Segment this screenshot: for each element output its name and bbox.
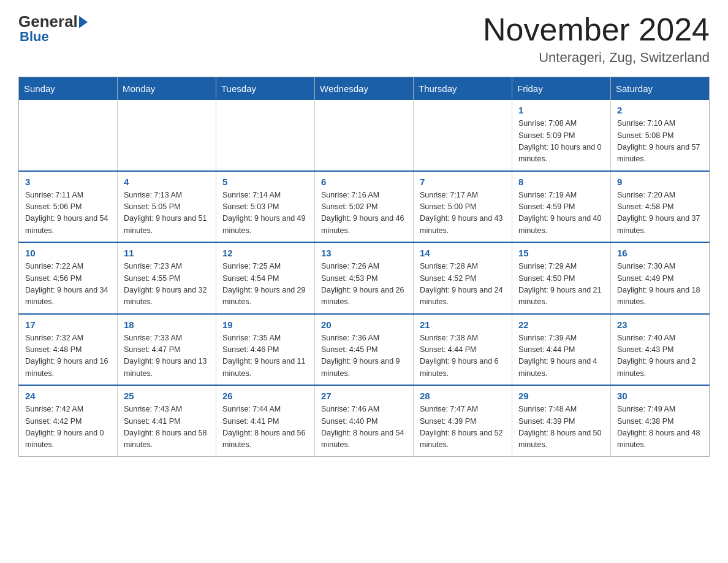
day-number: 14 bbox=[420, 248, 506, 258]
day-info: Sunrise: 7:16 AMSunset: 5:02 PMDaylight:… bbox=[321, 190, 407, 237]
calendar-cell: 3Sunrise: 7:11 AMSunset: 5:06 PMDaylight… bbox=[19, 171, 118, 243]
calendar-cell: 26Sunrise: 7:44 AMSunset: 4:41 PMDayligh… bbox=[216, 385, 315, 456]
calendar-cell bbox=[19, 100, 118, 171]
calendar-week-3: 10Sunrise: 7:22 AMSunset: 4:56 PMDayligh… bbox=[19, 242, 710, 314]
location: Unterageri, Zug, Switzerland bbox=[483, 50, 710, 66]
day-number: 17 bbox=[25, 320, 111, 330]
day-info: Sunrise: 7:23 AMSunset: 4:55 PMDaylight:… bbox=[124, 261, 210, 308]
calendar-cell: 17Sunrise: 7:32 AMSunset: 4:48 PMDayligh… bbox=[19, 314, 118, 386]
page-header: General Blue November 2024 Unterageri, Z… bbox=[18, 12, 710, 66]
day-number: 3 bbox=[25, 177, 111, 187]
calendar-cell: 24Sunrise: 7:42 AMSunset: 4:42 PMDayligh… bbox=[19, 385, 118, 456]
day-info: Sunrise: 7:17 AMSunset: 5:00 PMDaylight:… bbox=[420, 190, 506, 237]
day-number: 15 bbox=[518, 248, 604, 258]
calendar-cell: 9Sunrise: 7:20 AMSunset: 4:58 PMDaylight… bbox=[611, 171, 710, 243]
day-info: Sunrise: 7:13 AMSunset: 5:05 PMDaylight:… bbox=[124, 190, 210, 237]
day-info: Sunrise: 7:42 AMSunset: 4:42 PMDaylight:… bbox=[25, 404, 111, 451]
calendar-cell: 13Sunrise: 7:26 AMSunset: 4:53 PMDayligh… bbox=[315, 242, 414, 314]
day-number: 19 bbox=[222, 320, 308, 330]
day-number: 8 bbox=[518, 177, 604, 187]
day-info: Sunrise: 7:43 AMSunset: 4:41 PMDaylight:… bbox=[124, 404, 210, 451]
day-number: 13 bbox=[321, 248, 407, 258]
calendar-cell bbox=[118, 100, 216, 171]
calendar-header-row: SundayMondayTuesdayWednesdayThursdayFrid… bbox=[19, 77, 710, 101]
day-number: 24 bbox=[25, 391, 111, 401]
calendar-cell: 2Sunrise: 7:10 AMSunset: 5:08 PMDaylight… bbox=[611, 100, 710, 171]
column-header-saturday: Saturday bbox=[611, 77, 710, 101]
calendar-cell: 28Sunrise: 7:47 AMSunset: 4:39 PMDayligh… bbox=[414, 385, 512, 456]
day-info: Sunrise: 7:44 AMSunset: 4:41 PMDaylight:… bbox=[222, 404, 308, 451]
column-header-wednesday: Wednesday bbox=[315, 77, 414, 101]
calendar-cell bbox=[216, 100, 315, 171]
day-info: Sunrise: 7:19 AMSunset: 4:59 PMDaylight:… bbox=[518, 190, 604, 237]
day-info: Sunrise: 7:46 AMSunset: 4:40 PMDaylight:… bbox=[321, 404, 407, 451]
logo-arrow-icon bbox=[79, 16, 88, 28]
day-number: 9 bbox=[617, 177, 703, 187]
calendar-cell: 30Sunrise: 7:49 AMSunset: 4:38 PMDayligh… bbox=[611, 385, 710, 456]
calendar-week-1: 1Sunrise: 7:08 AMSunset: 5:09 PMDaylight… bbox=[19, 100, 710, 171]
column-header-monday: Monday bbox=[118, 77, 216, 101]
day-info: Sunrise: 7:28 AMSunset: 4:52 PMDaylight:… bbox=[420, 261, 506, 308]
day-info: Sunrise: 7:33 AMSunset: 4:47 PMDaylight:… bbox=[124, 332, 210, 380]
day-number: 27 bbox=[321, 391, 407, 401]
day-info: Sunrise: 7:49 AMSunset: 4:38 PMDaylight:… bbox=[617, 404, 703, 451]
day-info: Sunrise: 7:29 AMSunset: 4:50 PMDaylight:… bbox=[518, 261, 604, 308]
calendar-cell: 6Sunrise: 7:16 AMSunset: 5:02 PMDaylight… bbox=[315, 171, 414, 243]
day-number: 30 bbox=[617, 391, 703, 401]
calendar-cell: 18Sunrise: 7:33 AMSunset: 4:47 PMDayligh… bbox=[118, 314, 216, 386]
day-info: Sunrise: 7:36 AMSunset: 4:45 PMDaylight:… bbox=[321, 332, 407, 380]
day-number: 1 bbox=[518, 105, 604, 115]
calendar-week-5: 24Sunrise: 7:42 AMSunset: 4:42 PMDayligh… bbox=[19, 385, 710, 456]
calendar-cell: 21Sunrise: 7:38 AMSunset: 4:44 PMDayligh… bbox=[414, 314, 512, 386]
day-info: Sunrise: 7:35 AMSunset: 4:46 PMDaylight:… bbox=[222, 332, 308, 380]
day-info: Sunrise: 7:08 AMSunset: 5:09 PMDaylight:… bbox=[518, 118, 604, 166]
day-number: 10 bbox=[25, 248, 111, 258]
calendar-cell: 4Sunrise: 7:13 AMSunset: 5:05 PMDaylight… bbox=[118, 171, 216, 243]
calendar-cell: 1Sunrise: 7:08 AMSunset: 5:09 PMDaylight… bbox=[512, 100, 611, 171]
calendar-cell: 5Sunrise: 7:14 AMSunset: 5:03 PMDaylight… bbox=[216, 171, 315, 243]
day-info: Sunrise: 7:10 AMSunset: 5:08 PMDaylight:… bbox=[617, 118, 703, 166]
day-info: Sunrise: 7:47 AMSunset: 4:39 PMDaylight:… bbox=[420, 404, 506, 451]
day-number: 12 bbox=[222, 248, 308, 258]
title-section: November 2024 Unterageri, Zug, Switzerla… bbox=[483, 12, 710, 66]
day-number: 7 bbox=[420, 177, 506, 187]
calendar-cell: 15Sunrise: 7:29 AMSunset: 4:50 PMDayligh… bbox=[512, 242, 611, 314]
calendar-cell: 14Sunrise: 7:28 AMSunset: 4:52 PMDayligh… bbox=[414, 242, 512, 314]
calendar-cell: 22Sunrise: 7:39 AMSunset: 4:44 PMDayligh… bbox=[512, 314, 611, 386]
day-info: Sunrise: 7:25 AMSunset: 4:54 PMDaylight:… bbox=[222, 261, 308, 308]
day-info: Sunrise: 7:14 AMSunset: 5:03 PMDaylight:… bbox=[222, 190, 308, 237]
day-number: 22 bbox=[518, 320, 604, 330]
day-info: Sunrise: 7:30 AMSunset: 4:49 PMDaylight:… bbox=[617, 261, 703, 308]
day-number: 23 bbox=[617, 320, 703, 330]
calendar-cell bbox=[315, 100, 414, 171]
day-number: 18 bbox=[124, 320, 210, 330]
day-info: Sunrise: 7:39 AMSunset: 4:44 PMDaylight:… bbox=[518, 332, 604, 380]
calendar-cell: 16Sunrise: 7:30 AMSunset: 4:49 PMDayligh… bbox=[611, 242, 710, 314]
calendar-week-4: 17Sunrise: 7:32 AMSunset: 4:48 PMDayligh… bbox=[19, 314, 710, 386]
day-number: 16 bbox=[617, 248, 703, 258]
calendar-cell: 20Sunrise: 7:36 AMSunset: 4:45 PMDayligh… bbox=[315, 314, 414, 386]
column-header-thursday: Thursday bbox=[414, 77, 512, 101]
logo: General Blue bbox=[18, 12, 88, 45]
day-number: 21 bbox=[420, 320, 506, 330]
day-number: 6 bbox=[321, 177, 407, 187]
month-title: November 2024 bbox=[483, 12, 710, 47]
day-info: Sunrise: 7:38 AMSunset: 4:44 PMDaylight:… bbox=[420, 332, 506, 380]
day-info: Sunrise: 7:11 AMSunset: 5:06 PMDaylight:… bbox=[25, 190, 111, 237]
day-number: 4 bbox=[124, 177, 210, 187]
logo-blue: Blue bbox=[20, 29, 49, 45]
calendar-cell: 10Sunrise: 7:22 AMSunset: 4:56 PMDayligh… bbox=[19, 242, 118, 314]
calendar-cell: 7Sunrise: 7:17 AMSunset: 5:00 PMDaylight… bbox=[414, 171, 512, 243]
calendar-cell: 12Sunrise: 7:25 AMSunset: 4:54 PMDayligh… bbox=[216, 242, 315, 314]
calendar-cell bbox=[414, 100, 512, 171]
calendar-cell: 23Sunrise: 7:40 AMSunset: 4:43 PMDayligh… bbox=[611, 314, 710, 386]
calendar-cell: 29Sunrise: 7:48 AMSunset: 4:39 PMDayligh… bbox=[512, 385, 611, 456]
day-number: 26 bbox=[222, 391, 308, 401]
calendar-cell: 19Sunrise: 7:35 AMSunset: 4:46 PMDayligh… bbox=[216, 314, 315, 386]
column-header-tuesday: Tuesday bbox=[216, 77, 315, 101]
calendar-cell: 25Sunrise: 7:43 AMSunset: 4:41 PMDayligh… bbox=[118, 385, 216, 456]
calendar-table: SundayMondayTuesdayWednesdayThursdayFrid… bbox=[18, 77, 710, 457]
calendar-cell: 8Sunrise: 7:19 AMSunset: 4:59 PMDaylight… bbox=[512, 171, 611, 243]
day-number: 2 bbox=[617, 105, 703, 115]
day-info: Sunrise: 7:40 AMSunset: 4:43 PMDaylight:… bbox=[617, 332, 703, 380]
